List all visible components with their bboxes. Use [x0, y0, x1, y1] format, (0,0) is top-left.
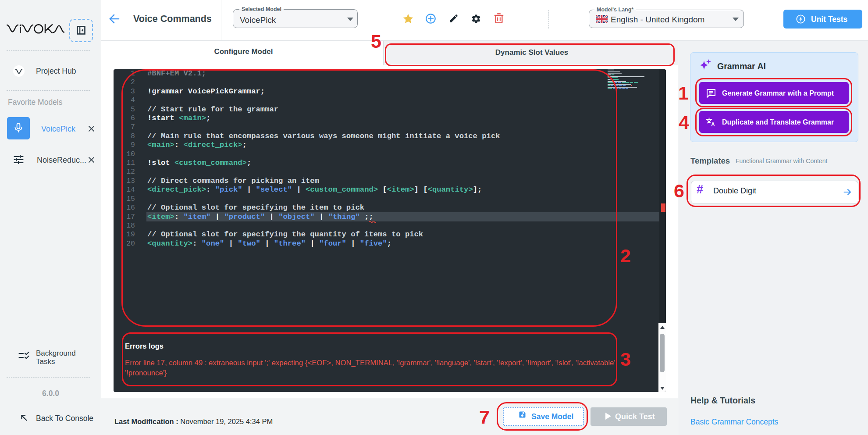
- svg-text:A: A: [711, 121, 715, 127]
